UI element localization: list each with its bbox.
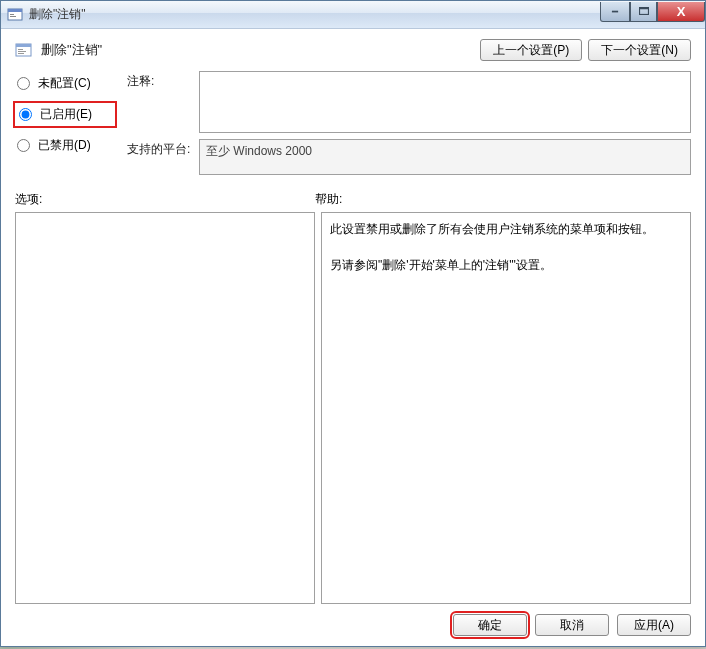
radio-not-configured-label: 未配置(C) xyxy=(38,75,91,92)
svg-rect-1 xyxy=(8,9,22,12)
radio-enabled-label: 已启用(E) xyxy=(40,106,92,123)
app-icon xyxy=(7,7,23,23)
radio-enabled[interactable]: 已启用(E) xyxy=(13,101,117,128)
close-button[interactable]: X xyxy=(657,2,705,22)
config-area: 未配置(C) 已启用(E) 已禁用(D) 注释: 支持的平台: xyxy=(15,71,691,175)
policy-icon xyxy=(15,41,33,59)
svg-rect-9 xyxy=(18,51,26,52)
help-pane[interactable]: 此设置禁用或删除了所有会使用户注销系统的菜单项和按钮。 另请参阅"删除'开始'菜… xyxy=(321,212,691,604)
svg-rect-3 xyxy=(10,16,16,17)
policy-name: 删除"注销" xyxy=(41,41,474,59)
supported-platform: 至少 Windows 2000 xyxy=(199,139,691,175)
panes: 此设置禁用或删除了所有会使用户注销系统的菜单项和按钮。 另请参阅"删除'开始'菜… xyxy=(15,212,691,604)
platform-value: 至少 Windows 2000 xyxy=(206,144,312,158)
comment-row: 注释: xyxy=(127,71,691,133)
svg-rect-2 xyxy=(10,14,14,15)
comment-label: 注释: xyxy=(127,71,193,90)
radio-disabled-label: 已禁用(D) xyxy=(38,137,91,154)
svg-rect-7 xyxy=(16,44,31,47)
section-labels: 选项: 帮助: xyxy=(15,191,691,208)
window-controls: ━ X xyxy=(600,2,705,22)
radio-disabled-input[interactable] xyxy=(17,139,30,152)
platform-label: 支持的平台: xyxy=(127,139,193,158)
svg-rect-8 xyxy=(18,49,23,50)
info-fields: 注释: 支持的平台: 至少 Windows 2000 xyxy=(127,71,691,175)
maximize-button[interactable] xyxy=(630,2,657,22)
help-paragraph-1: 此设置禁用或删除了所有会使用户注销系统的菜单项和按钮。 xyxy=(330,219,682,241)
next-setting-button[interactable]: 下一个设置(N) xyxy=(588,39,691,61)
options-pane[interactable] xyxy=(15,212,315,604)
ok-button[interactable]: 确定 xyxy=(453,614,527,636)
header-row: 删除"注销" 上一个设置(P) 下一个设置(N) xyxy=(15,39,691,61)
svg-rect-10 xyxy=(18,53,24,54)
dialog-content: 删除"注销" 上一个设置(P) 下一个设置(N) 未配置(C) 已启用(E) 已… xyxy=(1,29,705,646)
radio-not-configured-input[interactable] xyxy=(17,77,30,90)
window-title: 删除"注销" xyxy=(29,6,600,23)
cancel-button[interactable]: 取消 xyxy=(535,614,609,636)
previous-setting-button[interactable]: 上一个设置(P) xyxy=(480,39,582,61)
state-radios: 未配置(C) 已启用(E) 已禁用(D) xyxy=(15,71,115,175)
dialog-footer: 确定 取消 应用(A) xyxy=(15,604,691,636)
radio-disabled[interactable]: 已禁用(D) xyxy=(15,137,115,154)
titlebar[interactable]: 删除"注销" ━ X xyxy=(1,1,705,29)
options-label: 选项: xyxy=(15,191,315,208)
radio-not-configured[interactable]: 未配置(C) xyxy=(15,75,115,92)
platform-row: 支持的平台: 至少 Windows 2000 xyxy=(127,139,691,175)
help-paragraph-2: 另请参阅"删除'开始'菜单上的'注销'"设置。 xyxy=(330,255,682,277)
comment-input[interactable] xyxy=(199,71,691,133)
help-label: 帮助: xyxy=(315,191,342,208)
radio-enabled-input[interactable] xyxy=(19,108,32,121)
apply-button[interactable]: 应用(A) xyxy=(617,614,691,636)
minimize-button[interactable]: ━ xyxy=(600,2,630,22)
dialog-window: 删除"注销" ━ X 删除"注销" 上一个设置(P) 下一个设置(N) xyxy=(0,0,706,647)
